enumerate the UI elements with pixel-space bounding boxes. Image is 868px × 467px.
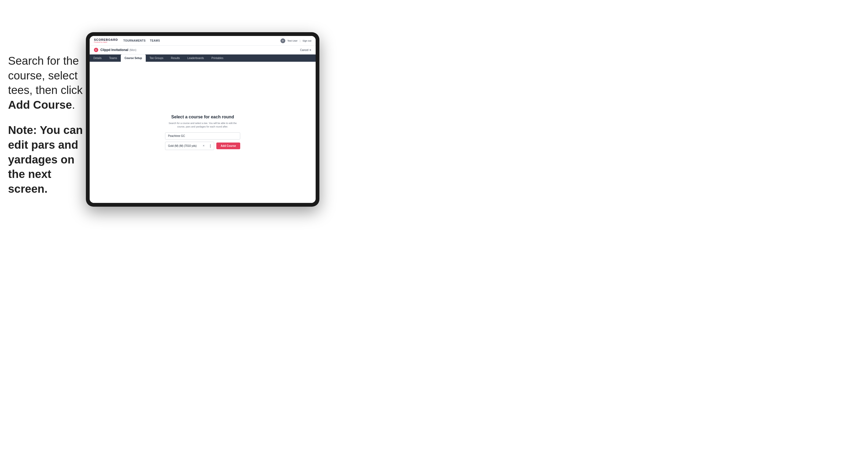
user-avatar: U (280, 38, 285, 43)
tab-course-setup[interactable]: Course Setup (121, 55, 146, 62)
nav-teams[interactable]: TEAMS (150, 39, 160, 42)
tournament-type: (Men) (129, 49, 136, 52)
nav-right: U Test User | Sign out (280, 38, 311, 43)
tablet-device: SCOREBOARD Powered by clippd TOURNAMENTS… (86, 32, 319, 207)
tee-select-controls: ▲ ▼ (209, 144, 211, 148)
instruction-text: Search for the course, select tees, then… (8, 54, 86, 112)
tournament-name: Clippd Invitational (100, 48, 128, 52)
logo-text: SCOREBOARD (94, 38, 118, 41)
course-setup-card: Select a course for each round Search fo… (165, 115, 240, 150)
user-label: Test User (287, 39, 298, 42)
tab-tee-groups[interactable]: Tee Groups (146, 55, 167, 62)
tab-teams[interactable]: Teams (105, 55, 121, 62)
cancel-button[interactable]: Cancel ✕ (300, 49, 311, 52)
tab-bar: Details Teams Course Setup Tee Groups Re… (90, 55, 316, 62)
clear-icon[interactable]: ✕ (203, 145, 205, 147)
chevron-up-icon: ▲ (209, 144, 211, 146)
card-title: Select a course for each round (165, 115, 240, 119)
tab-printables[interactable]: Printables (208, 55, 227, 62)
tee-select-dropdown[interactable]: Gold (M) (M) (7010 yds) ✕ ▲ ▼ (165, 142, 214, 150)
add-course-emphasis: Add Course (8, 98, 72, 111)
tournament-header: C Clippd Invitational (Men) Cancel ✕ (90, 45, 316, 55)
sign-out-link[interactable]: Sign out (303, 39, 311, 42)
chevron-down-icon: ▼ (209, 146, 211, 148)
instruction-panel: Search for the course, select tees, then… (8, 54, 86, 207)
course-search-input[interactable] (165, 132, 240, 139)
note-label: Note: You can edit pars and yardages on … (8, 124, 83, 195)
tournament-icon: C (94, 48, 98, 52)
nav-links: TOURNAMENTS TEAMS (123, 39, 160, 42)
add-course-button[interactable]: Add Course (216, 143, 240, 149)
note-text: Note: You can edit pars and yardages on … (8, 123, 86, 196)
nav-tournaments[interactable]: TOURNAMENTS (123, 39, 146, 42)
card-description: Search for a course and select a tee. Yo… (165, 122, 240, 128)
tab-leaderboards[interactable]: Leaderboards (184, 55, 208, 62)
tablet-screen: SCOREBOARD Powered by clippd TOURNAMENTS… (90, 36, 316, 203)
top-nav: SCOREBOARD Powered by clippd TOURNAMENTS… (90, 36, 316, 45)
tab-details[interactable]: Details (90, 55, 105, 62)
main-content: Select a course for each round Search fo… (90, 62, 316, 203)
separator: | (300, 39, 300, 42)
tee-select-value: Gold (M) (M) (7010 yds) (168, 145, 197, 147)
logo: SCOREBOARD Powered by clippd (94, 38, 118, 43)
tab-results[interactable]: Results (167, 55, 184, 62)
logo-sub: Powered by clippd (94, 41, 118, 43)
tee-select-row: Gold (M) (M) (7010 yds) ✕ ▲ ▼ Add Course (165, 142, 240, 150)
